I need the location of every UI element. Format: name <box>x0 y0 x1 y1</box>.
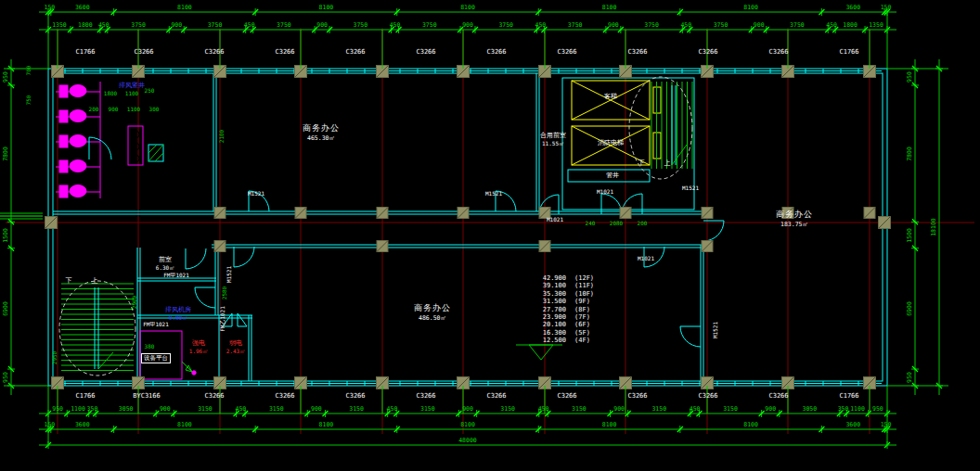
level-floor: (4F) <box>574 337 590 344</box>
level-row: 35.300(10F) <box>535 290 594 298</box>
cad-floor-plan: 1503600810081008100810081003600150135018… <box>0 0 980 471</box>
level-value: 35.300 <box>535 290 566 298</box>
level-value: 31.500 <box>535 298 566 305</box>
level-value: 20.100 <box>535 321 566 328</box>
level-floor: (8F) <box>574 306 590 313</box>
level-row: 27.700(8F) <box>535 306 594 313</box>
level-value: 23.900 <box>535 313 566 321</box>
level-floor: (9F) <box>574 298 590 305</box>
equipment-platform-label: 设备平台 <box>141 353 171 363</box>
level-value: 12.500 <box>535 337 566 344</box>
level-table: 42.900(12F) 39.100(11F) 35.300(10F) 31.5… <box>535 274 594 345</box>
level-floor: (7F) <box>574 313 590 321</box>
level-row: 23.900(7F) <box>535 313 594 321</box>
level-floor: (6F) <box>574 321 590 328</box>
level-row: 12.500(4F) <box>535 337 594 344</box>
level-value: 16.300 <box>535 329 566 337</box>
level-floor: (5F) <box>574 329 590 337</box>
level-row: 31.500(9F) <box>535 298 594 305</box>
plan-linework <box>0 0 980 471</box>
level-floor: (10F) <box>574 290 594 298</box>
level-value: 27.700 <box>535 306 566 313</box>
level-value: 42.900 <box>535 274 566 282</box>
level-row: 16.300(5F) <box>535 329 594 337</box>
level-floor: (12F) <box>574 274 594 282</box>
level-value: 39.100 <box>535 282 566 289</box>
level-row: 20.100(6F) <box>535 321 594 328</box>
level-floor: (11F) <box>574 282 594 289</box>
level-row: 42.900(12F) <box>535 274 594 282</box>
level-row: 39.100(11F) <box>535 282 594 289</box>
